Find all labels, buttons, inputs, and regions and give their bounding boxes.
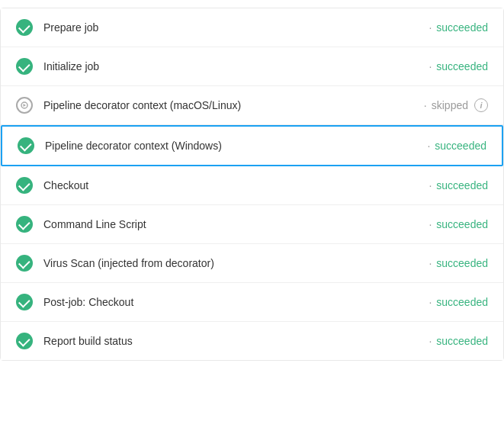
status-text: succeeded (436, 179, 488, 191)
status-text: succeeded (436, 218, 488, 230)
success-icon (16, 19, 33, 36)
status-text: succeeded (436, 296, 488, 308)
job-name: Report build status (43, 335, 424, 347)
separator: · (429, 296, 432, 308)
success-icon (18, 137, 34, 154)
job-item-report-build-status[interactable]: Report build status·succeeded (1, 322, 503, 360)
job-name: Post-job: Checkout (43, 296, 424, 308)
success-icon (16, 58, 33, 75)
job-item-checkout[interactable]: Checkout·succeeded (1, 166, 503, 205)
separator: · (429, 60, 432, 72)
job-item-pipeline-decorator-windows[interactable]: Pipeline decorator context (Windows)·suc… (1, 125, 503, 166)
job-name: Checkout (43, 179, 424, 191)
separator: · (429, 257, 432, 269)
success-icon (16, 177, 33, 194)
separator: · (429, 21, 432, 34)
success-icon (16, 255, 33, 272)
success-icon (16, 294, 33, 310)
job-item-pipeline-decorator-macos[interactable]: Pipeline decorator context (macOS/Linux)… (1, 86, 503, 125)
status-text: succeeded (436, 60, 488, 72)
separator: · (429, 179, 432, 191)
job-item-virus-scan[interactable]: Virus Scan (injected from decorator)·suc… (1, 244, 503, 283)
status-text: succeeded (435, 140, 486, 152)
status-text: succeeded (436, 257, 488, 269)
job-name: Pipeline decorator context (Windows) (45, 140, 422, 152)
skipped-icon (16, 97, 33, 114)
job-item-command-line-script[interactable]: Command Line Script·succeeded (1, 205, 503, 244)
job-name: Prepare job (43, 21, 424, 34)
success-icon (16, 216, 33, 233)
job-name: Initialize job (43, 60, 424, 72)
separator: · (424, 99, 427, 111)
job-name: Virus Scan (injected from decorator) (43, 257, 424, 269)
job-item-post-job-checkout[interactable]: Post-job: Checkout·succeeded (1, 283, 503, 322)
svg-marker-1 (24, 104, 27, 107)
job-list: Prepare job·succeededInitialize job·succ… (0, 8, 504, 361)
status-text: skipped (432, 99, 468, 111)
success-icon (16, 333, 33, 349)
job-name: Command Line Script (43, 218, 424, 230)
separator: · (429, 335, 432, 347)
job-item-initialize-job[interactable]: Initialize job·succeeded (1, 47, 503, 86)
job-name: Pipeline decorator context (macOS/Linux) (43, 99, 419, 111)
separator: · (429, 218, 432, 230)
separator: · (427, 140, 430, 152)
status-text: succeeded (436, 21, 488, 34)
status-text: succeeded (436, 335, 488, 347)
job-item-prepare-job[interactable]: Prepare job·succeeded (1, 8, 503, 47)
info-icon[interactable]: i (474, 98, 488, 112)
